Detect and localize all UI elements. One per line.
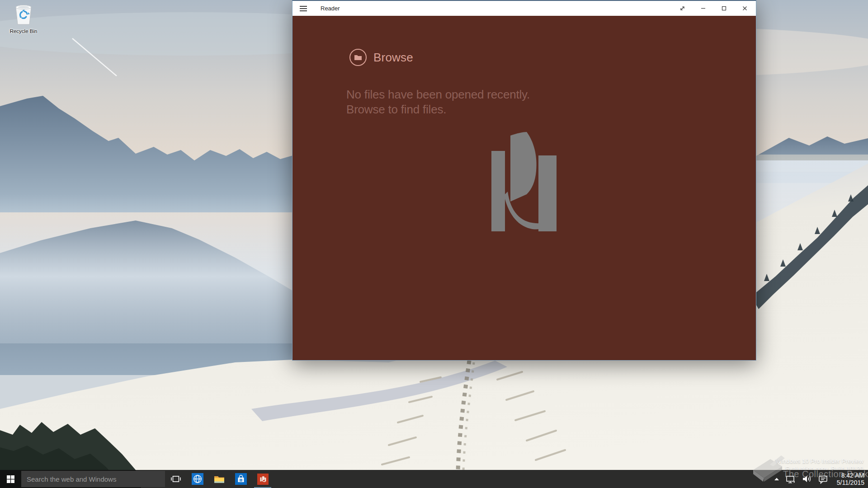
folder-icon [213, 473, 225, 485]
fullscreen-icon [679, 5, 685, 11]
file-explorer-button[interactable] [208, 470, 230, 488]
volume-icon [801, 474, 812, 484]
edge-globe-icon [192, 473, 203, 485]
recycle-bin-label: Recycle Bin [5, 28, 42, 34]
empty-state-message: No files have been opened recently. Brow… [346, 87, 530, 117]
network-tray-button[interactable] [785, 474, 796, 484]
desktop: Recycle Bin Windows 10 Pro Insider Previ… [0, 0, 868, 488]
volume-tray-button[interactable] [801, 474, 812, 484]
taskbar: 8:42 AM 5/11/2015 [0, 470, 868, 488]
reader-window: Reader [292, 0, 756, 361]
title-bar: Reader [292, 1, 756, 16]
browse-label: Browse [373, 51, 413, 65]
clock-time: 8:42 AM [835, 472, 864, 479]
task-view-button[interactable] [165, 470, 187, 488]
search-input[interactable] [21, 475, 165, 483]
network-icon [785, 474, 796, 484]
watermark-line1: Windows 10 Pro Insider Preview [776, 457, 863, 465]
action-center-icon [817, 474, 828, 484]
start-button[interactable] [0, 470, 21, 488]
recycle-bin-icon [13, 3, 34, 26]
show-hidden-icons-button[interactable] [774, 477, 779, 481]
reader-logo-icon [491, 132, 558, 235]
minimize-button[interactable] [693, 1, 713, 16]
edge-browser-button[interactable] [187, 470, 208, 488]
action-center-button[interactable] [817, 474, 828, 484]
hamburger-icon [300, 5, 307, 13]
reader-app-button[interactable] [252, 470, 274, 488]
reader-icon [257, 474, 269, 485]
window-controls [672, 1, 755, 16]
fullscreen-button[interactable] [672, 1, 693, 16]
windows-logo-icon [7, 475, 14, 483]
store-bag-icon [235, 473, 247, 485]
maximize-button[interactable] [713, 1, 734, 16]
chevron-up-icon [774, 477, 779, 481]
window-title: Reader [321, 5, 340, 12]
taskbar-clock[interactable]: 8:42 AM 5/11/2015 [835, 472, 864, 486]
browse-folder-icon [349, 49, 367, 66]
empty-state-line1: No files have been opened recently. [346, 87, 530, 102]
hamburger-menu-button[interactable] [292, 1, 314, 16]
task-view-icon [170, 473, 182, 485]
reader-content: Browse No files have been opened recentl… [292, 16, 756, 361]
clock-date: 5/11/2015 [835, 479, 864, 486]
store-button[interactable] [230, 470, 252, 488]
close-icon [742, 5, 748, 11]
empty-state-line2: Browse to find files. [346, 102, 530, 117]
minimize-icon [700, 5, 706, 11]
close-button[interactable] [734, 1, 755, 16]
maximize-icon [721, 5, 727, 11]
system-tray: 8:42 AM 5/11/2015 [771, 470, 868, 488]
taskbar-search [21, 471, 165, 487]
browse-button[interactable]: Browse [349, 49, 413, 66]
recycle-bin[interactable]: Recycle Bin [5, 3, 42, 34]
